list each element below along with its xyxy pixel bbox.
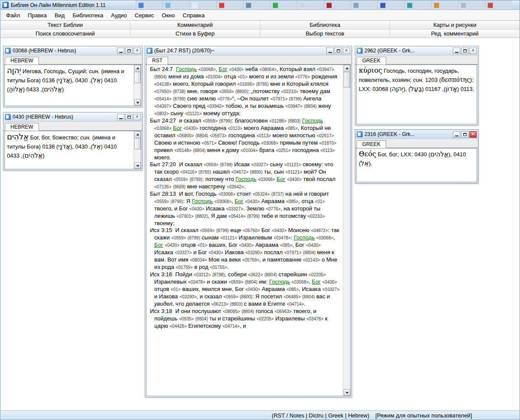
dictionary-pane: יְהוָה Иегова, Господь, Сущий; син. (име… [4,65,141,106]
background-tab[interactable] [270,0,297,10]
toolbar-button[interactable]: Комментарий [130,21,260,29]
tab-hebrew[interactable]: HEBREW [5,123,39,131]
tab-favicon [326,3,332,8]
background-tab[interactable] [297,0,324,10]
menu-item[interactable]: Вид [51,11,69,20]
menu-item[interactable]: Окно [158,11,179,20]
minimize-button[interactable] [117,114,124,120]
strong-number: <03478> [273,236,291,240]
window-titlebar[interactable]: 0430 (HEBREW - Hebrus) × [3,113,142,122]
strong-number: <01870> [319,141,337,145]
strong-number: <02617> [317,133,334,138]
tab-rst[interactable]: RST [146,57,168,65]
close-button[interactable]: × [469,48,477,54]
strong-number: <0559> [228,280,243,284]
window-titlebar[interactable]: (Быт 24:7 RST) (20/670)~ × [145,46,351,55]
background-tab[interactable] [351,0,377,10]
scroll-thumb[interactable] [134,138,141,149]
strong-number: (8804) [302,294,315,299]
strong-number: <01288> [269,119,286,123]
close-button[interactable]: × [343,48,350,54]
background-tab[interactable] [458,0,485,10]
background-tab[interactable] [216,0,243,10]
word-link[interactable]: Бог [219,66,228,72]
scroll-thumb[interactable] [134,72,141,83]
word-link[interactable]: Бог [276,176,286,182]
close-button[interactable]: × [469,131,477,138]
restore-button[interactable] [461,131,468,138]
scroll-thumb[interactable] [344,72,350,87]
background-tab[interactable] [431,0,458,10]
toolbar-button[interactable]: Карты и рисунки [390,21,520,29]
tab-favicon [407,3,413,8]
toolbar-button[interactable]: Текст Библии [0,21,130,29]
strong-number: <04116> [180,170,197,174]
app-titlebar[interactable]: Библия Он-Лайн Millennium Edition 1.11 [0,0,520,10]
word-link[interactable]: Бог [234,198,244,204]
scroll-up-button[interactable] [344,65,350,71]
vertical-scrollbar[interactable] [133,131,141,169]
toolbar: Текст БиблииКомментарийБиблиотекаКарты и… [0,20,520,38]
menu-item[interactable]: Библиотека [68,11,107,20]
menu-item[interactable]: Справка [179,11,209,20]
minimize-button[interactable] [453,48,460,54]
background-tab[interactable] [136,0,162,10]
window-titlebar[interactable]: 03068 (HEBREW - Hebrus) × [3,46,142,55]
menu-item[interactable]: Файл [2,11,24,20]
word-link[interactable]: Бог [312,278,321,285]
background-tab[interactable] [162,0,189,10]
scroll-down-button[interactable] [134,99,141,106]
strong-number: <04872> [311,228,328,233]
word-link[interactable]: Господь [269,278,290,285]
window-titlebar[interactable]: 2316 (GREEK - Grk... × [355,130,478,139]
close-button[interactable]: × [133,48,141,54]
strong-number: (8804) [264,272,277,277]
scroll-down-button[interactable] [344,389,350,396]
background-tab[interactable] [243,0,270,10]
background-tab[interactable] [324,0,351,10]
toolbar-button[interactable]: Выбор текстов [260,29,390,38]
background-tab[interactable] [485,0,512,10]
tab-greek[interactable]: GREEK [357,57,386,65]
strong-number: <03068> [316,236,334,240]
restore-button[interactable] [461,48,468,54]
toolbar-button[interactable]: Стихи в Буфер [130,29,260,38]
scroll-down-button[interactable] [134,162,141,169]
vertical-scrollbar[interactable] [343,65,350,396]
background-tab[interactable] [189,0,216,10]
toolbar-button[interactable]: Библиотека [260,21,390,29]
background-tab[interactable] [377,0,404,10]
toolbar-button[interactable]: Ред. комментарий [390,29,520,38]
menu-item[interactable]: Аудио [107,11,131,20]
close-button[interactable]: × [133,114,141,120]
word-link[interactable]: Бог [173,125,182,131]
restore-button[interactable] [335,48,342,54]
window-titlebar[interactable]: 2962 (GREEK - Grk... × [355,46,478,55]
strong-number: <01755> [210,265,227,270]
restore-button[interactable] [125,114,133,120]
restore-button[interactable] [125,48,133,54]
word-link[interactable]: Господь [192,198,213,204]
verse: Исх 3:15 И сказал <0559> (8799) еще <057… [148,227,340,271]
word-link[interactable]: Господь [302,117,323,124]
tab-hebrew[interactable]: HEBREW [5,57,39,65]
scroll-up-button[interactable] [134,131,141,138]
menu-item[interactable]: Правка [24,11,51,20]
strong-number: <03327> [251,162,269,167]
tab-greek[interactable]: GREEK [357,140,386,148]
menu-item[interactable]: Сервис [131,11,158,20]
verse-ref: Быт 24:7 [150,66,173,72]
word-link[interactable]: Бог [154,242,163,248]
word-link[interactable]: Господь [294,234,315,241]
strong-number: (8804) [193,148,205,153]
word-link[interactable]: Господь [235,176,256,182]
background-tab[interactable] [404,0,431,10]
minimize-button[interactable] [326,48,334,54]
word-link[interactable]: Господь [176,66,197,72]
scroll-up-button[interactable] [134,65,141,71]
toolbar-button[interactable]: Поиск словосочетаний [0,29,130,38]
window-title: 2316 (GREEK - Grk... [364,131,453,137]
vertical-scrollbar[interactable] [133,65,141,106]
minimize-button[interactable] [453,131,460,138]
minimize-button[interactable] [117,48,124,54]
